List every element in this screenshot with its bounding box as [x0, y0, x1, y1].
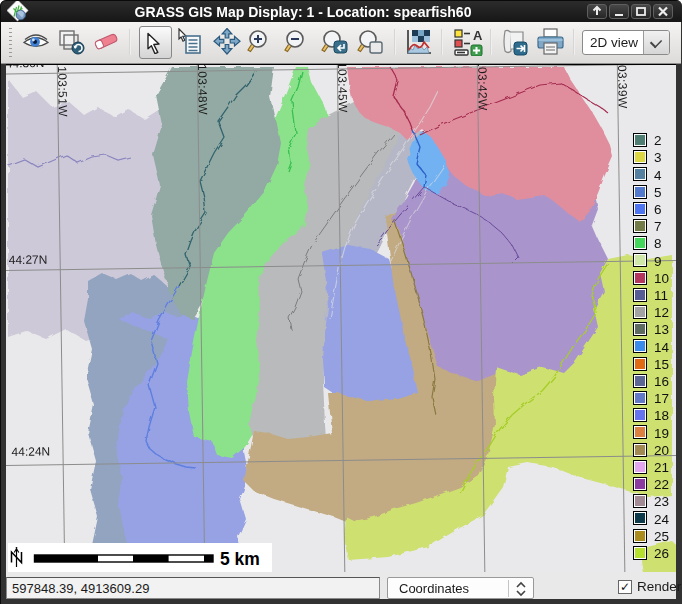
svg-text:103:51W: 103:51W [55, 66, 70, 117]
svg-text:44:24N: 44:24N [11, 444, 50, 459]
svg-text:103:42W: 103:42W [475, 65, 490, 111]
svg-text:103:39W: 103:39W [615, 65, 630, 109]
svg-text:5 km: 5 km [220, 549, 260, 569]
svg-text:103:48W: 103:48W [195, 65, 210, 115]
svg-text:103:45W: 103:45W [335, 65, 350, 113]
svg-text:A: A [473, 28, 483, 43]
svg-text:44:27N: 44:27N [9, 253, 48, 268]
svg-text:44:30N: 44:30N [6, 65, 45, 71]
